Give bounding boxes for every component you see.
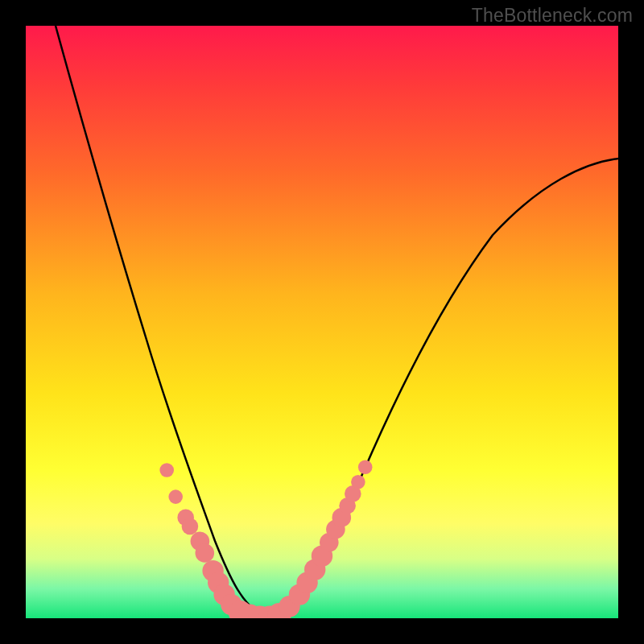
marker-group <box>159 460 372 619</box>
watermark-text: TheBottleneck.com <box>472 5 633 27</box>
curve-marker <box>159 463 174 477</box>
chart-frame: TheBottleneck.com <box>0 0 644 644</box>
curve-marker <box>358 460 373 475</box>
curve-marker <box>182 518 199 535</box>
curve-marker <box>168 489 183 504</box>
plot-area <box>26 26 618 618</box>
chart-svg <box>26 26 618 618</box>
curve-marker <box>351 475 365 489</box>
curve-marker <box>196 543 215 563</box>
